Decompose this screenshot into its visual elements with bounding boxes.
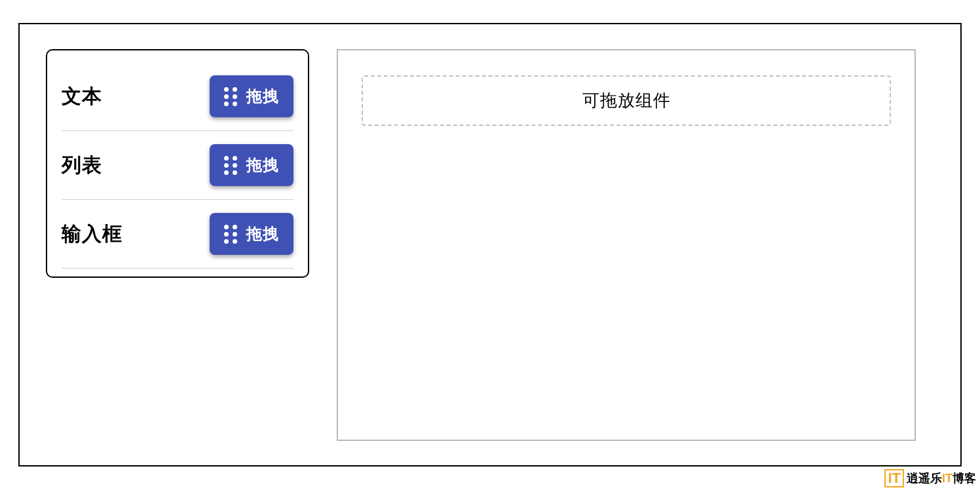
watermark-highlight: IT xyxy=(942,472,952,485)
drag-handle-icon xyxy=(224,87,237,105)
drag-button-text[interactable]: 拖拽 xyxy=(210,75,293,117)
component-label: 输入框 xyxy=(62,221,122,248)
component-label: 文本 xyxy=(62,83,102,110)
watermark-suffix: 博客 xyxy=(952,472,976,485)
component-label: 列表 xyxy=(62,152,102,179)
drag-handle-icon xyxy=(224,225,237,243)
canvas-area[interactable]: 可拖放组件 xyxy=(337,49,916,441)
component-item-text: 文本 拖拽 xyxy=(62,62,293,131)
component-palette: 文本 拖拽 列表 拖拽 输入框 拖拽 xyxy=(46,49,309,278)
watermark-icon: IT xyxy=(884,469,904,487)
drop-zone-label: 可拖放组件 xyxy=(582,90,671,110)
drop-zone[interactable]: 可拖放组件 xyxy=(362,75,891,126)
drag-button-label: 拖拽 xyxy=(246,155,279,176)
drag-button-input[interactable]: 拖拽 xyxy=(210,213,293,255)
component-item-list: 列表 拖拽 xyxy=(62,131,293,200)
builder-container: 文本 拖拽 列表 拖拽 输入框 拖拽 xyxy=(18,23,962,466)
component-item-input: 输入框 拖拽 xyxy=(62,200,293,269)
watermark: IT 逍遥乐IT博客 xyxy=(884,469,976,487)
watermark-prefix: 逍遥乐 xyxy=(907,472,942,485)
drag-handle-icon xyxy=(224,156,237,174)
drag-button-list[interactable]: 拖拽 xyxy=(210,144,293,186)
drag-button-label: 拖拽 xyxy=(246,223,279,244)
drag-button-label: 拖拽 xyxy=(246,86,279,107)
